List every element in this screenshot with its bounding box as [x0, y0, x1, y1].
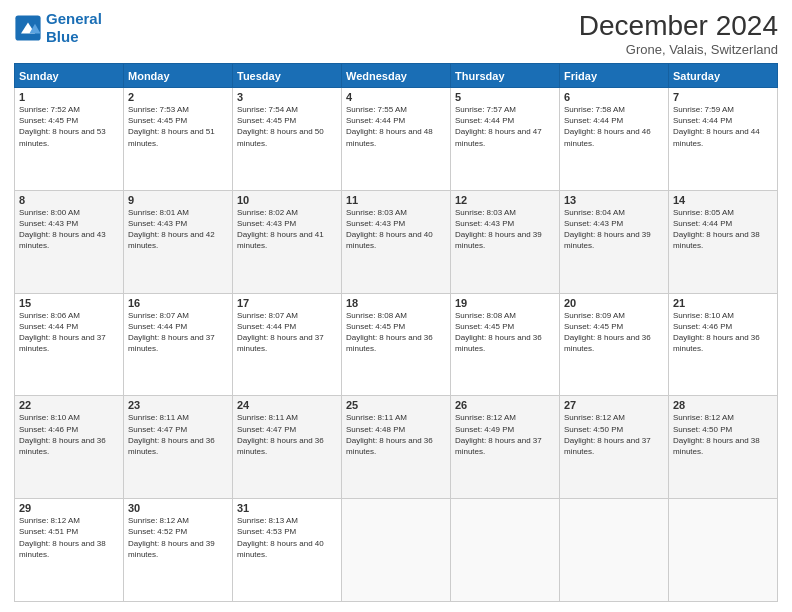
calendar-cell-week1-day3: 3Sunrise: 7:54 AMSunset: 4:45 PMDaylight… [233, 88, 342, 191]
calendar-header-thursday: Thursday [451, 64, 560, 88]
calendar-header-monday: Monday [124, 64, 233, 88]
day-number: 9 [128, 194, 228, 206]
day-info: Sunrise: 7:57 AMSunset: 4:44 PMDaylight:… [455, 104, 555, 149]
calendar-cell-week1-day7: 7Sunrise: 7:59 AMSunset: 4:44 PMDaylight… [669, 88, 778, 191]
day-info: Sunrise: 8:07 AMSunset: 4:44 PMDaylight:… [128, 310, 228, 355]
day-number: 5 [455, 91, 555, 103]
logo: General Blue [14, 10, 102, 46]
calendar-cell-week5-day4 [342, 499, 451, 602]
day-info: Sunrise: 8:03 AMSunset: 4:43 PMDaylight:… [346, 207, 446, 252]
day-info: Sunrise: 8:12 AMSunset: 4:50 PMDaylight:… [673, 412, 773, 457]
calendar-week-row-4: 22Sunrise: 8:10 AMSunset: 4:46 PMDayligh… [15, 396, 778, 499]
day-info: Sunrise: 8:01 AMSunset: 4:43 PMDaylight:… [128, 207, 228, 252]
day-number: 24 [237, 399, 337, 411]
day-info: Sunrise: 8:09 AMSunset: 4:45 PMDaylight:… [564, 310, 664, 355]
day-number: 23 [128, 399, 228, 411]
day-number: 7 [673, 91, 773, 103]
calendar-header-saturday: Saturday [669, 64, 778, 88]
day-info: Sunrise: 8:10 AMSunset: 4:46 PMDaylight:… [19, 412, 119, 457]
calendar-cell-week3-day5: 19Sunrise: 8:08 AMSunset: 4:45 PMDayligh… [451, 293, 560, 396]
calendar-cell-week4-day4: 25Sunrise: 8:11 AMSunset: 4:48 PMDayligh… [342, 396, 451, 499]
day-info: Sunrise: 8:11 AMSunset: 4:48 PMDaylight:… [346, 412, 446, 457]
day-number: 30 [128, 502, 228, 514]
calendar-cell-week5-day5 [451, 499, 560, 602]
calendar-header-wednesday: Wednesday [342, 64, 451, 88]
calendar-cell-week3-day3: 17Sunrise: 8:07 AMSunset: 4:44 PMDayligh… [233, 293, 342, 396]
day-info: Sunrise: 7:59 AMSunset: 4:44 PMDaylight:… [673, 104, 773, 149]
day-number: 21 [673, 297, 773, 309]
day-info: Sunrise: 7:58 AMSunset: 4:44 PMDaylight:… [564, 104, 664, 149]
day-number: 4 [346, 91, 446, 103]
calendar-cell-week2-day1: 8Sunrise: 8:00 AMSunset: 4:43 PMDaylight… [15, 190, 124, 293]
title-block: December 2024 Grone, Valais, Switzerland [579, 10, 778, 57]
calendar-cell-week4-day1: 22Sunrise: 8:10 AMSunset: 4:46 PMDayligh… [15, 396, 124, 499]
calendar-cell-week5-day6 [560, 499, 669, 602]
calendar-header-row: SundayMondayTuesdayWednesdayThursdayFrid… [15, 64, 778, 88]
calendar-header-friday: Friday [560, 64, 669, 88]
day-number: 8 [19, 194, 119, 206]
calendar-week-row-3: 15Sunrise: 8:06 AMSunset: 4:44 PMDayligh… [15, 293, 778, 396]
calendar-cell-week4-day5: 26Sunrise: 8:12 AMSunset: 4:49 PMDayligh… [451, 396, 560, 499]
calendar-cell-week5-day7 [669, 499, 778, 602]
calendar-cell-week2-day6: 13Sunrise: 8:04 AMSunset: 4:43 PMDayligh… [560, 190, 669, 293]
logo-line2: Blue [46, 28, 79, 45]
calendar-cell-week5-day2: 30Sunrise: 8:12 AMSunset: 4:52 PMDayligh… [124, 499, 233, 602]
calendar-cell-week2-day5: 12Sunrise: 8:03 AMSunset: 4:43 PMDayligh… [451, 190, 560, 293]
day-number: 19 [455, 297, 555, 309]
day-info: Sunrise: 8:11 AMSunset: 4:47 PMDaylight:… [128, 412, 228, 457]
calendar-table: SundayMondayTuesdayWednesdayThursdayFrid… [14, 63, 778, 602]
day-number: 28 [673, 399, 773, 411]
day-info: Sunrise: 8:11 AMSunset: 4:47 PMDaylight:… [237, 412, 337, 457]
day-info: Sunrise: 8:12 AMSunset: 4:51 PMDaylight:… [19, 515, 119, 560]
day-info: Sunrise: 7:55 AMSunset: 4:44 PMDaylight:… [346, 104, 446, 149]
calendar-week-row-5: 29Sunrise: 8:12 AMSunset: 4:51 PMDayligh… [15, 499, 778, 602]
day-info: Sunrise: 7:54 AMSunset: 4:45 PMDaylight:… [237, 104, 337, 149]
day-number: 12 [455, 194, 555, 206]
calendar-week-row-2: 8Sunrise: 8:00 AMSunset: 4:43 PMDaylight… [15, 190, 778, 293]
calendar-cell-week3-day4: 18Sunrise: 8:08 AMSunset: 4:45 PMDayligh… [342, 293, 451, 396]
day-number: 18 [346, 297, 446, 309]
calendar-cell-week2-day2: 9Sunrise: 8:01 AMSunset: 4:43 PMDaylight… [124, 190, 233, 293]
day-number: 29 [19, 502, 119, 514]
day-number: 1 [19, 91, 119, 103]
calendar-cell-week1-day2: 2Sunrise: 7:53 AMSunset: 4:45 PMDaylight… [124, 88, 233, 191]
day-info: Sunrise: 8:06 AMSunset: 4:44 PMDaylight:… [19, 310, 119, 355]
day-number: 27 [564, 399, 664, 411]
main-title: December 2024 [579, 10, 778, 42]
logo-line1: General [46, 10, 102, 27]
calendar-cell-week2-day4: 11Sunrise: 8:03 AMSunset: 4:43 PMDayligh… [342, 190, 451, 293]
logo-icon [14, 14, 42, 42]
day-number: 2 [128, 91, 228, 103]
day-info: Sunrise: 8:12 AMSunset: 4:49 PMDaylight:… [455, 412, 555, 457]
calendar-cell-week4-day7: 28Sunrise: 8:12 AMSunset: 4:50 PMDayligh… [669, 396, 778, 499]
calendar-cell-week4-day2: 23Sunrise: 8:11 AMSunset: 4:47 PMDayligh… [124, 396, 233, 499]
calendar-header-tuesday: Tuesday [233, 64, 342, 88]
page: General Blue December 2024 Grone, Valais… [0, 0, 792, 612]
calendar-cell-week5-day1: 29Sunrise: 8:12 AMSunset: 4:51 PMDayligh… [15, 499, 124, 602]
calendar-cell-week3-day7: 21Sunrise: 8:10 AMSunset: 4:46 PMDayligh… [669, 293, 778, 396]
day-info: Sunrise: 8:07 AMSunset: 4:44 PMDaylight:… [237, 310, 337, 355]
day-number: 16 [128, 297, 228, 309]
calendar-cell-week3-day2: 16Sunrise: 8:07 AMSunset: 4:44 PMDayligh… [124, 293, 233, 396]
day-number: 25 [346, 399, 446, 411]
day-info: Sunrise: 8:02 AMSunset: 4:43 PMDaylight:… [237, 207, 337, 252]
day-number: 17 [237, 297, 337, 309]
calendar-header-sunday: Sunday [15, 64, 124, 88]
day-info: Sunrise: 7:53 AMSunset: 4:45 PMDaylight:… [128, 104, 228, 149]
calendar-cell-week3-day6: 20Sunrise: 8:09 AMSunset: 4:45 PMDayligh… [560, 293, 669, 396]
day-number: 14 [673, 194, 773, 206]
subtitle: Grone, Valais, Switzerland [579, 42, 778, 57]
day-number: 15 [19, 297, 119, 309]
day-info: Sunrise: 8:03 AMSunset: 4:43 PMDaylight:… [455, 207, 555, 252]
calendar-week-row-1: 1Sunrise: 7:52 AMSunset: 4:45 PMDaylight… [15, 88, 778, 191]
day-number: 6 [564, 91, 664, 103]
logo-text: General Blue [46, 10, 102, 46]
day-number: 22 [19, 399, 119, 411]
calendar-cell-week5-day3: 31Sunrise: 8:13 AMSunset: 4:53 PMDayligh… [233, 499, 342, 602]
day-info: Sunrise: 8:08 AMSunset: 4:45 PMDaylight:… [455, 310, 555, 355]
day-number: 11 [346, 194, 446, 206]
day-info: Sunrise: 8:00 AMSunset: 4:43 PMDaylight:… [19, 207, 119, 252]
calendar-cell-week2-day3: 10Sunrise: 8:02 AMSunset: 4:43 PMDayligh… [233, 190, 342, 293]
day-number: 3 [237, 91, 337, 103]
day-info: Sunrise: 7:52 AMSunset: 4:45 PMDaylight:… [19, 104, 119, 149]
